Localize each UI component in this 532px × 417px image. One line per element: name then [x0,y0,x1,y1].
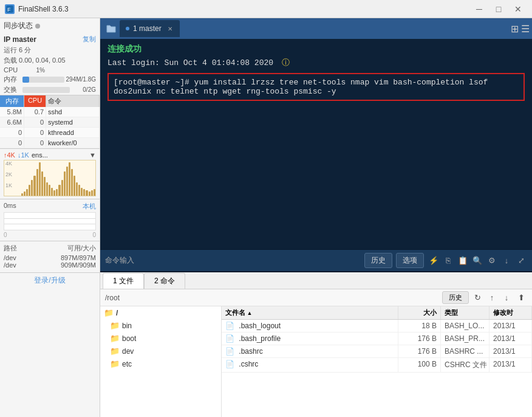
col-header-size[interactable]: 大小 [398,306,441,319]
file-list-header: 文件名 大小 类型 修改时 [222,306,532,320]
cmd-input-label: 命令输入 [105,255,134,266]
process-table-header: 内存 CPU 命令 [0,95,100,107]
net-dropdown-icon[interactable]: ▼ [89,151,96,159]
copy-ip-button[interactable]: 复制 [83,35,96,44]
folder-icon: 📁 [110,359,120,368]
search-icon[interactable]: 🔍 [471,255,483,267]
file-name-text-0: .bash_logout [239,322,281,330]
connect-success-message: 连接成功 [107,44,525,55]
folder-icon: 📁 [110,346,120,356]
file-icon: 📄 [225,360,234,368]
tab-label: 1 master [133,24,162,33]
file-history-button[interactable]: 历史 [442,291,469,304]
lightning-icon[interactable]: ⚡ [428,255,440,267]
folder-button[interactable] [103,20,120,37]
list-item[interactable]: 📁 dev [100,345,221,357]
net-chart-header: ↑4K ↓1K ens... ▼ [4,151,96,159]
ping-val-1: 0 [4,232,7,238]
mem-metric: 内存 294M/1.8G [0,74,100,84]
minimize-button[interactable]: ─ [470,3,488,15]
command-input-bar: 命令输入 历史 选项 ⚡ ⎘ 📋 🔍 ⚙ ↓ ⤢ [100,249,532,271]
proc-cpu-1: 0 [24,117,46,127]
proc-cmd-2: kthreadd [46,128,100,137]
file-size-1: 176 B [398,333,441,345]
folder-icon: 📁 [110,321,120,330]
tree-item-bin: bin [122,322,132,330]
window-controls: ─ □ ✕ [470,3,527,15]
file-name-text-1: .bash_profile [239,334,281,343]
file-size-0: 18 B [398,320,441,332]
options-button[interactable]: 选项 [396,253,424,268]
mem-bar [22,77,29,83]
col-header-type[interactable]: 类型 [441,306,489,319]
net-download-label: ↓1K [18,151,29,159]
tree-root[interactable]: 📁 / [100,306,221,319]
runtime-info: 运行 6 分 [0,45,100,55]
folder-icon: 📁 [104,308,114,317]
fullscreen-icon[interactable]: ⤢ [515,255,527,267]
proc-header-cpu: CPU [24,95,46,107]
download-icon[interactable]: ↓ [500,255,513,267]
net-chart-canvas: 4K 2K 1K [4,160,96,196]
app-title: FinalShell 3.6.3 [18,5,470,13]
last-login-line: Last login: Sun Oct 4 01:04:08 2020 ⓘ [107,57,525,68]
ping-values: 0 0 [4,232,96,238]
download-file-icon[interactable]: ↓ [500,292,513,304]
tab-bar: 1 master ✕ ⊞ ☰ [100,18,532,39]
ip-row: IP master 复制 [0,33,100,45]
tab-commands[interactable]: 2 命令 [144,273,185,289]
file-type-0: BASH_LO... [441,320,489,332]
maximize-button[interactable]: □ [489,3,508,15]
app-body: 同步状态 IP master 复制 运行 6 分 负载 0.00, 0.04, … [0,18,532,417]
file-date-3: 2013/1 [489,358,532,372]
file-date-2: 2013/1 [489,345,532,357]
folder-upload-icon[interactable]: ⬆ [515,292,527,304]
proc-mem-3: 0 [0,138,24,148]
paste-icon[interactable]: 📋 [457,255,469,267]
file-tree: 📁 / 📁 bin 📁 boot 📁 d [100,306,222,417]
ping-section: 0ms 本机 0 0 [0,199,100,241]
close-button[interactable]: ✕ [509,3,527,15]
ping-local: 本机 [83,202,96,211]
list-view-button[interactable]: ☰ [521,23,530,35]
swap-metric: 交换 0/2G [0,84,100,95]
terminal[interactable]: 连接成功 Last login: Sun Oct 4 01:04:08 2020… [100,39,532,249]
list-item[interactable]: 📁 bin [100,319,221,332]
tab-close-button[interactable]: ✕ [168,26,172,32]
col-header-name[interactable]: 文件名 [222,306,398,319]
cpu-val: 1% [21,67,45,74]
file-name-1: 📄 .bash_profile [222,333,398,345]
tab-files[interactable]: 1 文件 [103,273,144,289]
command-input[interactable] [138,257,361,265]
proc-mem-1: 6.6M [0,117,24,127]
file-name-text-3: .cshrc [239,360,258,368]
path-row-0: /dev 897M/897M [4,254,96,261]
command-box: [root@master ~]# yum install lrzsz tree … [107,73,525,101]
history-button[interactable]: 历史 [364,253,392,268]
upgrade-link[interactable]: 登录/升级 [0,272,100,288]
list-item[interactable]: 📁 etc [100,357,221,370]
load-info: 负载 0.00, 0.04, 0.05 [0,55,100,66]
file-panel-tabs: 1 文件 2 命令 [100,272,532,289]
copy-icon[interactable]: ⎘ [442,255,454,267]
refresh-icon[interactable]: ↻ [471,292,483,304]
file-panel: 1 文件 2 命令 /root 历史 ↻ ↑ ↓ ⬆ [100,271,532,417]
file-path: /root [105,294,442,302]
file-size-2: 176 B [398,345,441,357]
grid-view-button[interactable]: ⊞ [511,23,519,35]
upload-icon[interactable]: ↑ [486,292,498,304]
network-chart: ↑4K ↓1K ens... ▼ 4K 2K 1K [0,148,100,199]
session-tab[interactable]: 1 master ✕ [120,20,180,37]
folder-icon: 📁 [110,334,120,343]
avail-1: 909M/909M [61,261,96,269]
file-name-3: 📄 .cshrc [222,358,398,372]
right-panel: 1 master ✕ ⊞ ☰ 连接成功 Last login: Sun Oct … [100,18,532,417]
list-item[interactable]: 📁 boot [100,332,221,345]
path-1: /dev [4,261,16,269]
proc-cmd-0: sshd [46,107,100,117]
file-list: 文件名 大小 类型 修改时 📄 .bash_logout 18 B BASH_L… [222,306,532,417]
chart-bars [21,160,95,196]
svg-text:F: F [7,7,11,13]
col-header-date[interactable]: 修改时 [489,306,532,319]
settings-icon[interactable]: ⚙ [486,255,498,267]
